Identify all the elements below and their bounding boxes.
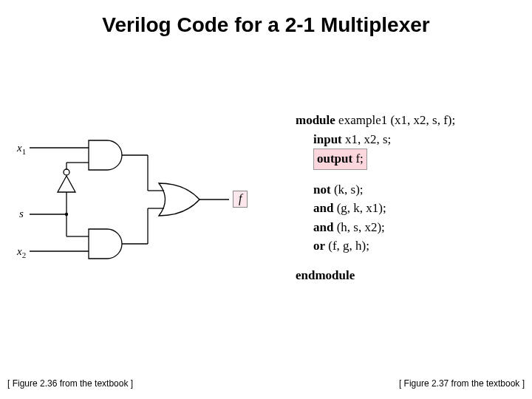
caption-right: [ Figure 2.37 from the textbook ] <box>399 378 525 389</box>
code-line-not: not (k, s); <box>296 180 517 200</box>
svg-point-6 <box>65 213 68 216</box>
label-x1: x1 <box>17 142 26 156</box>
page-title: Verilog Code for a 2-1 Multiplexer <box>0 13 532 37</box>
label-x2: x2 <box>17 245 26 259</box>
circuit-diagram: x1 x2 s f <box>15 133 259 273</box>
code-line-module: module example1 (x1, x2, s, f); <box>296 111 517 130</box>
code-line-endmodule: endmodule <box>296 266 517 285</box>
code-line-input: input x1, x2, s; <box>296 130 517 149</box>
label-f: f <box>233 191 248 208</box>
svg-point-7 <box>64 169 69 175</box>
code-line-or: or (f, g, h); <box>296 236 517 256</box>
code-line-output: output f; <box>296 149 517 170</box>
circuit-svg <box>15 133 259 273</box>
code-line-and2: and (h, s, x2); <box>296 218 517 237</box>
label-s: s <box>19 208 24 220</box>
verilog-code: module example1 (x1, x2, s, f); input x1… <box>296 111 517 284</box>
code-line-and1: and (g, k, x1); <box>296 199 517 218</box>
caption-left: [ Figure 2.36 from the textbook ] <box>7 378 133 389</box>
